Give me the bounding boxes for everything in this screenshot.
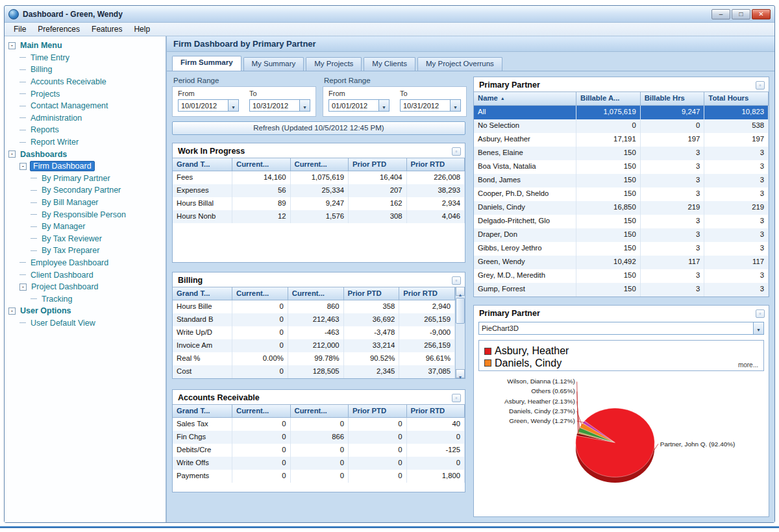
tree-expander-icon[interactable]: - (19, 284, 27, 291)
tree-item-project-dashboard[interactable]: -Project Dashboard (6, 281, 166, 293)
tree-item-reports[interactable]: Reports (6, 124, 166, 136)
dropdown-button[interactable]: ▼ (753, 322, 763, 334)
column-header-grand-t[interactable]: Grand T... (173, 287, 232, 300)
table-row-green-wendy[interactable]: Green, Wendy10,492117117 (474, 256, 769, 269)
tree-item-billing[interactable]: Billing (6, 64, 166, 76)
table-row-sales-tax[interactable]: Sales Tax00040 (173, 418, 465, 431)
maximize-button[interactable]: □ (732, 9, 750, 19)
tab-my-project-overruns[interactable]: My Project Overruns (417, 57, 502, 71)
column-header-prior-rtd[interactable]: Prior RTD (407, 405, 465, 417)
tree-item-by-secondary-partner[interactable]: By Secondary Partner (6, 184, 166, 197)
tree-item-by-primary-partner[interactable]: By Primary Partner (6, 173, 166, 185)
table-row-boa-vista-natalia[interactable]: Boa Vista, Natalia15033 (474, 160, 769, 174)
table-row-hours-nonb[interactable]: Hours Nonb121,5763084,046 (173, 210, 465, 223)
table-row-no-selection[interactable]: No Selection00538 (474, 119, 769, 133)
scroll-down-button[interactable]: ▼ (456, 369, 465, 378)
column-header-prior-rtd[interactable]: Prior RTD (407, 158, 465, 171)
tree-item-contact-management[interactable]: Contact Management (6, 100, 166, 112)
table-row-benes-elaine[interactable]: Benes, Elaine15033 (474, 147, 769, 160)
tree-expander-icon[interactable]: - (8, 151, 16, 158)
column-header-current[interactable]: Current... (232, 158, 291, 171)
tree-item-client-dashboard[interactable]: Client Dashboard (6, 269, 166, 281)
dropdown-button[interactable]: ▼ (299, 100, 310, 111)
chart-type-select[interactable]: PieChart3D ▼ (478, 322, 764, 335)
table-row-payments[interactable]: Payments0001,800 (173, 470, 465, 483)
dropdown-button[interactable]: ▼ (378, 100, 389, 111)
tree-item-time-entry[interactable]: Time Entry (6, 52, 166, 64)
column-header-current[interactable]: Current... (232, 405, 291, 417)
tree-item-user-options[interactable]: -User Options (6, 305, 166, 317)
column-header-prior-ptd[interactable]: Prior PTD (349, 405, 407, 417)
minimize-button[interactable]: – (711, 9, 730, 19)
tree-item-by-tax-preparer[interactable]: By Tax Preparer (6, 245, 166, 257)
table-row-expenses[interactable]: Expenses5625,33420738,293 (173, 184, 465, 197)
column-header-current[interactable]: Current... (291, 405, 349, 417)
tree-expander-icon[interactable]: - (8, 308, 16, 315)
column-header-billable-hrs[interactable]: Billable Hrs (641, 92, 705, 105)
table-row-fees[interactable]: Fees14,1601,075,61916,404226,008 (173, 171, 465, 184)
column-header-grand-t[interactable]: Grand T... (173, 405, 232, 417)
table-row-hours-billal[interactable]: Hours Billal899,2471622,934 (173, 197, 465, 210)
column-header-current[interactable]: Current... (232, 287, 288, 300)
dropdown-button[interactable]: ▼ (228, 100, 238, 111)
tree-expander-icon[interactable]: - (8, 42, 16, 49)
table-row-all[interactable]: All1,075,6199,24710,823 (474, 106, 769, 119)
table-row-daniels-cindy[interactable]: Daniels, Cindy16,850219219 (474, 201, 769, 215)
table-row-grey-m-d-meredith[interactable]: Grey, M.D., Meredith15033 (474, 269, 769, 283)
column-header-grand-t[interactable]: Grand T... (173, 158, 232, 171)
table-row-fin-chgs[interactable]: Fin Chgs086600 (173, 431, 465, 444)
column-header-prior-ptd[interactable]: Prior PTD (344, 287, 400, 300)
table-row-cooper-ph-d-sheldo[interactable]: Cooper, Ph.D, Sheldo15033 (474, 187, 769, 201)
scroll-up-button[interactable]: ▲ (456, 287, 465, 296)
table-row-standard-b[interactable]: Standard B0212,46336,692265,159 (173, 313, 455, 326)
tree-expander-icon[interactable]: - (19, 163, 27, 170)
refresh-button[interactable]: Refresh (Updated 10/5/2012 12:45 PM) (172, 121, 465, 135)
scrollbar-track[interactable] (456, 296, 465, 369)
column-header-prior-rtd[interactable]: Prior RTD (399, 287, 455, 300)
panel-collapse-button[interactable]: ▫ (452, 147, 461, 156)
table-row-gump-forrest[interactable]: Gump, Forrest15033 (474, 283, 769, 296)
tree-item-by-manager[interactable]: By Manager (6, 221, 166, 233)
table-row-cost[interactable]: Cost0128,5052,34537,085 (173, 365, 455, 378)
tree-item-by-responsible-person[interactable]: By Responsible Person (6, 208, 166, 221)
table-row-delgado-pritchett-glo[interactable]: Delgado-Pritchett, Glo15033 (474, 215, 769, 228)
column-header-total-hours[interactable]: Total Hours (704, 92, 769, 105)
tree-item-tracking[interactable]: Tracking (6, 293, 166, 305)
close-button[interactable]: ✕ (752, 9, 771, 19)
pie-slice-partner-john-q[interactable] (576, 408, 654, 477)
panel-collapse-button[interactable]: ▫ (756, 309, 765, 318)
column-header-name[interactable]: Name▲ (474, 92, 576, 105)
tree-item-dashboards[interactable]: -Dashboards (6, 148, 166, 160)
period-from-date-combo[interactable]: 10/01/2012 ▼ (178, 99, 239, 112)
tree-item-employee-dashboard[interactable]: Employee Dashboard (6, 257, 166, 269)
tree-item-user-default-view[interactable]: User Default View (6, 317, 166, 330)
table-row-bond-james[interactable]: Bond, James15033 (474, 174, 769, 187)
scrollbar-thumb[interactable] (456, 298, 465, 324)
menu-item-help[interactable]: Help (129, 23, 155, 35)
tab-my-projects[interactable]: My Projects (306, 57, 362, 71)
column-header-current[interactable]: Current... (288, 287, 344, 300)
tree-item-administration[interactable]: Administration (6, 112, 166, 125)
tree-item-projects[interactable]: Projects (6, 88, 166, 100)
tree-item-report-writer[interactable]: Report Writer (6, 136, 166, 149)
tree-item-firm-dashboard[interactable]: -Firm Dashboard (6, 160, 166, 173)
table-row-gibbs-leroy-jethro[interactable]: Gibbs, Leroy Jethro15033 (474, 242, 769, 256)
legend-more-link[interactable]: more... (738, 361, 758, 369)
tree-item-by-tax-reviewer[interactable]: By Tax Reviewer (6, 233, 166, 245)
panel-collapse-button[interactable]: ▫ (452, 394, 461, 402)
column-header-prior-ptd[interactable]: Prior PTD (349, 158, 407, 171)
tree-item-main-menu[interactable]: -Main Menu (6, 40, 166, 52)
menu-item-preferences[interactable]: Preferences (32, 23, 85, 35)
billing-scrollbar[interactable]: ▲ ▼ (455, 287, 465, 378)
tab-my-summary[interactable]: My Summary (243, 57, 304, 71)
period-to-date-combo[interactable]: 10/31/2012 ▼ (249, 99, 310, 112)
title-bar[interactable]: Dashboard - Green, Wendy –□✕ (5, 6, 774, 23)
tree-item-accounts-receivable[interactable]: Accounts Receivable (6, 76, 166, 88)
table-row-debits-cre[interactable]: Debits/Cre000-125 (173, 444, 465, 457)
table-row-invoice-am[interactable]: Invoice Am0212,00033,214256,159 (173, 339, 455, 352)
tree-item-by-bill-manager[interactable]: By Bill Manager (6, 197, 166, 209)
column-header-billable-a[interactable]: Billable A... (576, 92, 641, 105)
menu-item-file[interactable]: File (8, 23, 31, 35)
table-row-hours-bille[interactable]: Hours Bille08603582,940 (173, 300, 455, 313)
tab-my-clients[interactable]: My Clients (364, 57, 415, 71)
